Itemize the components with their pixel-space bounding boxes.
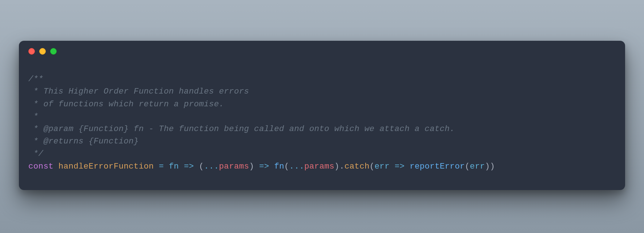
window-titlebar <box>19 41 625 62</box>
comment-line: */ <box>28 149 43 158</box>
function-call-reporterror: reportError <box>410 162 465 171</box>
param-params: params <box>219 162 249 171</box>
keyword-const: const <box>28 162 53 171</box>
close-button[interactable] <box>28 48 35 55</box>
arrow-operator: => <box>179 162 199 171</box>
comment-line: * @returns {Function} <box>28 137 139 146</box>
function-name: handleErrorFunction <box>59 162 154 171</box>
arrow-operator: => <box>390 162 410 171</box>
open-paren: ( <box>370 162 375 171</box>
maximize-button[interactable] <box>50 48 57 55</box>
comment-line: * <box>28 112 39 121</box>
arrow-operator: => <box>254 162 274 171</box>
param-params: params <box>304 162 334 171</box>
terminal-window: /** * This Higher Order Function handles… <box>19 41 625 190</box>
code-editor[interactable]: /** * This Higher Order Function handles… <box>19 62 625 190</box>
close-paren: ) <box>249 162 254 171</box>
close-parens: )) <box>485 162 495 171</box>
comment-line: * This Higher Order Function handles err… <box>28 87 249 96</box>
comment-line: * @param {Function} fn - The function be… <box>28 124 455 134</box>
operator-equals: = <box>154 162 169 171</box>
minimize-button[interactable] <box>39 48 46 55</box>
method-catch: catch <box>345 162 370 171</box>
comment-line: /** <box>28 74 43 84</box>
function-call-fn: fn <box>274 162 284 171</box>
open-paren: ( <box>465 162 470 171</box>
dot-operator: . <box>339 162 345 171</box>
param-err: err <box>375 162 390 171</box>
close-paren: ) <box>334 162 339 171</box>
spread-operator: ... <box>204 162 219 171</box>
comment-line: * of functions which return a promise. <box>28 99 224 109</box>
param-fn: fn <box>169 162 179 171</box>
param-err: err <box>470 162 485 171</box>
spread-operator: ... <box>289 162 304 171</box>
open-paren: ( <box>199 162 204 171</box>
open-paren: ( <box>284 162 289 171</box>
